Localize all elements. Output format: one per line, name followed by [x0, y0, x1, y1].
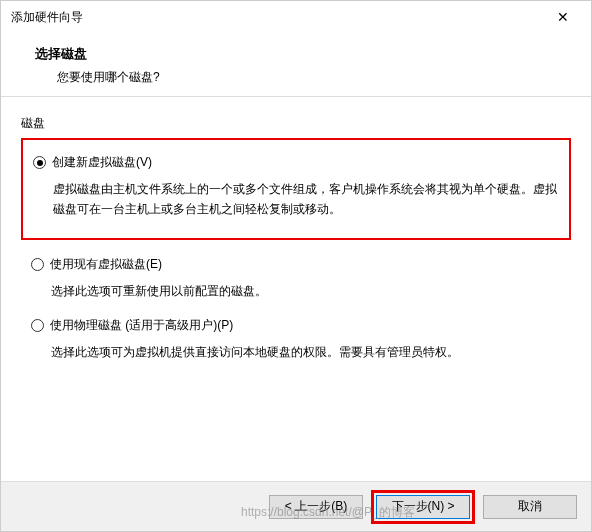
- option-create-new-disk[interactable]: 创建新虚拟磁盘(V) 虚拟磁盘由主机文件系统上的一个或多个文件组成，客户机操作系…: [21, 138, 571, 240]
- radio-icon[interactable]: [31, 258, 44, 271]
- option-use-existing-disk[interactable]: 使用现有虚拟磁盘(E) 选择此选项可重新使用以前配置的磁盘。: [21, 254, 571, 315]
- radio-label: 使用现有虚拟磁盘(E): [50, 256, 162, 273]
- wizard-header: 选择磁盘 您要使用哪个磁盘?: [1, 33, 591, 97]
- cancel-button[interactable]: 取消: [483, 495, 577, 519]
- radio-row[interactable]: 创建新虚拟磁盘(V): [33, 154, 559, 171]
- content-area: 磁盘 创建新虚拟磁盘(V) 虚拟磁盘由主机文件系统上的一个或多个文件组成，客户机…: [1, 97, 591, 377]
- page-subtitle: 您要使用哪个磁盘?: [35, 69, 591, 86]
- radio-row[interactable]: 使用物理磁盘 (适用于高级用户)(P): [31, 317, 561, 334]
- radio-row[interactable]: 使用现有虚拟磁盘(E): [31, 256, 561, 273]
- page-title: 选择磁盘: [35, 45, 591, 63]
- option-desc: 选择此选项可重新使用以前配置的磁盘。: [31, 281, 561, 301]
- next-button-highlight: 下一步(N) >: [371, 490, 475, 524]
- radio-label: 创建新虚拟磁盘(V): [52, 154, 152, 171]
- back-button[interactable]: < 上一步(B): [269, 495, 363, 519]
- titlebar: 添加硬件向导 ✕: [1, 1, 591, 33]
- option-desc: 选择此选项可为虚拟机提供直接访问本地硬盘的权限。需要具有管理员特权。: [31, 342, 561, 362]
- window-title: 添加硬件向导: [11, 9, 545, 26]
- close-button[interactable]: ✕: [545, 4, 581, 30]
- footer: < 上一步(B) 下一步(N) > 取消: [1, 481, 591, 531]
- radio-label: 使用物理磁盘 (适用于高级用户)(P): [50, 317, 233, 334]
- group-label: 磁盘: [21, 115, 571, 132]
- radio-icon[interactable]: [31, 319, 44, 332]
- option-desc: 虚拟磁盘由主机文件系统上的一个或多个文件组成，客户机操作系统会将其视为单个硬盘。…: [33, 179, 559, 220]
- next-button[interactable]: 下一步(N) >: [376, 495, 470, 519]
- option-use-physical-disk[interactable]: 使用物理磁盘 (适用于高级用户)(P) 选择此选项可为虚拟机提供直接访问本地硬盘…: [21, 315, 571, 376]
- radio-icon[interactable]: [33, 156, 46, 169]
